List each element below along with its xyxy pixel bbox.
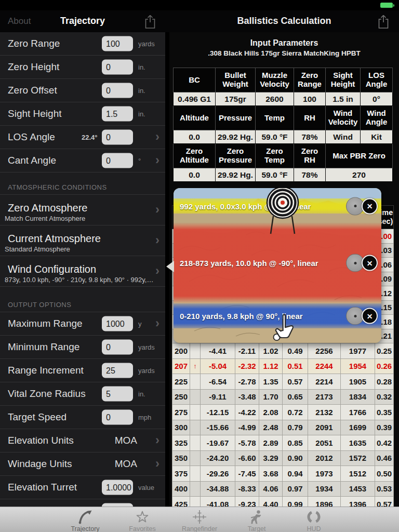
- load-description: .308 Black Hills 175gr Sierra MatchKing …: [169, 49, 399, 57]
- cell-wind: 3.29: [259, 450, 283, 466]
- tab-favorites[interactable]: Favorites: [114, 507, 171, 532]
- cell-marker: [190, 497, 201, 507]
- section-label: OUTPUT OPTIONS: [8, 301, 71, 309]
- field-row-windage-units[interactable]: Windage Units MOA ›: [0, 453, 165, 476]
- cell-energy: 1635: [341, 435, 375, 451]
- param-value-row: 0.496 G1 175gr 2600 100 1.5 in 0°: [174, 92, 393, 106]
- field-label: Zero Range: [8, 38, 60, 49]
- cell-time: 0.57: [375, 497, 394, 507]
- zero-range-input[interactable]: 100: [102, 36, 133, 51]
- section-header-output: OUTPUT OPTIONS: [0, 287, 165, 312]
- field-row-maximum-range[interactable]: Maximum Range 1000 y ›: [0, 312, 165, 336]
- tab-target[interactable]: Target: [228, 507, 285, 532]
- param-header: Pressure: [216, 106, 256, 130]
- row-subtitle: Match Current Atmosphere: [5, 215, 85, 222]
- cell-wind: 1.02: [259, 343, 283, 359]
- close-icon[interactable]: ✕: [362, 255, 378, 271]
- field-unit: yards: [138, 343, 155, 351]
- close-icon[interactable]: ✕: [362, 308, 378, 324]
- battery-icon: [380, 3, 393, 8]
- cell-time: 0.32: [375, 389, 394, 405]
- zero-height-input[interactable]: 0: [102, 60, 133, 75]
- chevron-right-icon: ›: [155, 153, 159, 167]
- param-header: Wind Velocity: [326, 106, 361, 130]
- param-value: 78%: [294, 130, 326, 144]
- range-increment-input[interactable]: 25: [102, 363, 133, 378]
- cell-marker: [190, 343, 201, 359]
- field-label: Elevation Units: [8, 435, 74, 446]
- maximum-range-input[interactable]: 1000: [102, 316, 133, 331]
- cell-drop: -41.08: [201, 497, 235, 507]
- minimum-range-input[interactable]: 0: [102, 340, 133, 355]
- los-angle-input[interactable]: 0: [102, 130, 133, 145]
- field-row-los-angle[interactable]: LOS Angle 22.4° 0 ›: [0, 126, 165, 149]
- cell-drop: -9.11: [201, 389, 235, 405]
- tab-rangefinder[interactable]: Rangefinder: [171, 507, 228, 532]
- cell-time: 0.35: [375, 405, 394, 420]
- field-row-elevation-units[interactable]: Elevation Units MOA ›: [0, 429, 165, 453]
- cell-velocity: 2214: [308, 374, 341, 390]
- cell-range: 300: [172, 420, 190, 435]
- tab-trajectory[interactable]: Trajectory: [57, 507, 114, 532]
- tab-label: Rangefinder: [182, 525, 217, 532]
- app-window: About Trajectory Ballistics Calculation …: [0, 0, 399, 532]
- param-value: 0.0: [174, 130, 216, 144]
- elevation-turret-input[interactable]: 1.0000: [102, 480, 133, 495]
- cell-drop-moa: -6.60: [235, 450, 259, 466]
- input-parameters-table: BC Bullet Weight Muzzle Velocity Zero Ra…: [173, 68, 393, 182]
- cell-wind-moa: 0.97: [283, 481, 308, 497]
- row-current-atmosphere[interactable]: Current Atmosphere Standard Atmosphere ›: [0, 225, 165, 256]
- field-unit: in.: [138, 110, 145, 118]
- cell-velocity: 2051: [308, 435, 341, 451]
- cell-velocity: 1973: [308, 466, 341, 482]
- shooter-icon: [249, 509, 264, 525]
- param-value: 29.92 Hg.: [216, 168, 256, 182]
- cell-energy: 1512: [341, 466, 375, 482]
- field-label: Elevation Turret: [8, 482, 77, 493]
- cell-time: 0.42: [375, 435, 394, 451]
- param-header: Wind Angle: [361, 106, 393, 130]
- page-title: Ballistics Calculation: [237, 16, 331, 26]
- cell-energy: 1453: [341, 481, 375, 497]
- field-label: Cant Angle: [8, 155, 56, 166]
- cell-time: 0.28: [375, 374, 394, 390]
- target-speed-input[interactable]: 0: [102, 410, 133, 425]
- cell-wind-moa: 0.94: [283, 466, 308, 482]
- cell-wind: 1.70: [259, 389, 283, 405]
- cell-wind: 1.35: [259, 374, 283, 390]
- tab-hud[interactable]: HUD: [285, 507, 342, 532]
- zero-offset-input[interactable]: 0: [102, 83, 133, 98]
- cant-angle-input[interactable]: 0: [102, 153, 133, 168]
- chevron-right-icon: ›: [155, 233, 159, 247]
- param-value-row: 0.0 29.92 Hg. 59.0 °F 78% Wind Kit: [174, 130, 393, 144]
- row-zero-atmosphere[interactable]: Zero Atmosphere Match Current Atmosphere…: [0, 195, 165, 225]
- share-icon[interactable]: [377, 14, 390, 30]
- sight-height-input[interactable]: 1.5: [102, 107, 133, 122]
- hand-cursor-icon: [272, 314, 296, 343]
- cell-time: 0.50: [375, 466, 394, 482]
- field-row-cant-angle[interactable]: Cant Angle 0 ° ›: [0, 149, 165, 172]
- field-unit: yards: [138, 40, 155, 48]
- cell-energy: 1699: [341, 420, 375, 435]
- hud-ring-icon: [306, 509, 322, 525]
- cell-drop: -19.67: [201, 435, 235, 451]
- tab-label: Trajectory: [71, 525, 99, 532]
- vital-zone-radius-input[interactable]: 5: [102, 387, 133, 402]
- cell-range: 400: [172, 481, 190, 497]
- row-subtitle: 873y, 10.0 kph, -90° · 210y, 9.8 kph, 90…: [5, 276, 153, 284]
- trajectory-row-375: 375-29.26-7.453.680.94197315120.50: [172, 466, 394, 482]
- close-icon[interactable]: ✕: [362, 198, 378, 214]
- share-icon[interactable]: [143, 14, 157, 30]
- cell-velocity: 2244: [308, 358, 341, 374]
- cell-range: 375: [172, 466, 190, 482]
- about-button[interactable]: About: [8, 16, 31, 26]
- param-value: 0.496 G1: [174, 92, 216, 106]
- tab-label: Target: [248, 525, 266, 532]
- trajectory-row-275: 275-12.15-4.222.080.72213217660.35: [172, 405, 394, 420]
- field-label: Vital Zone Radius: [8, 388, 86, 400]
- row-wind-configuration[interactable]: Wind Configuration 873y, 10.0 kph, -90° …: [0, 256, 165, 287]
- field-unit: yards: [138, 367, 155, 375]
- param-value: 78%: [294, 168, 326, 182]
- row-subtitle: Standard Atmosphere: [5, 245, 70, 253]
- param-value: 100: [294, 92, 326, 106]
